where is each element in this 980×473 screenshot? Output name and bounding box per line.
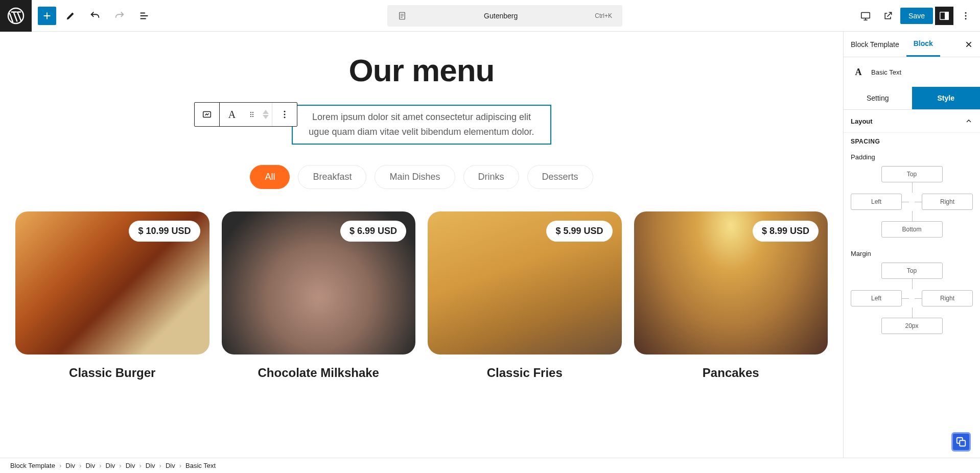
margin-top-input[interactable]: Top bbox=[881, 263, 943, 279]
crumb[interactable]: Div bbox=[85, 462, 95, 469]
crumb[interactable]: Div bbox=[146, 462, 155, 469]
block-type-label: Basic Text bbox=[871, 68, 901, 76]
chevron-right-icon: › bbox=[99, 462, 101, 469]
svg-point-7 bbox=[965, 18, 967, 19]
padding-left-input[interactable]: Left bbox=[851, 194, 902, 210]
margin-bottom-input[interactable]: 20px bbox=[881, 318, 943, 334]
move-up-down[interactable] bbox=[260, 109, 272, 120]
crumb[interactable]: Div bbox=[166, 462, 175, 469]
padding-bottom-input[interactable]: Bottom bbox=[881, 221, 943, 238]
text-block-icon: A bbox=[852, 65, 865, 79]
block-options-icon[interactable] bbox=[272, 103, 297, 126]
tab-block[interactable]: Block bbox=[906, 32, 940, 57]
add-block-button[interactable] bbox=[38, 7, 56, 25]
tab-all[interactable]: All bbox=[250, 165, 290, 189]
block-parent-select-icon[interactable] bbox=[195, 103, 219, 126]
toolbar-center: Gutenberg Ctrl+K bbox=[154, 5, 855, 27]
chevron-right-icon: › bbox=[119, 462, 121, 469]
chevron-right-icon: › bbox=[59, 462, 61, 469]
menu-card[interactable]: $ 6.99 USD Chocolate Milkshake bbox=[222, 211, 416, 380]
menu-card-title: Classic Burger bbox=[15, 366, 209, 380]
tab-main-dishes[interactable]: Main Dishes bbox=[375, 165, 455, 189]
panel-layout-header[interactable]: Layout bbox=[844, 110, 980, 133]
chevron-right-icon: › bbox=[179, 462, 181, 469]
undo-icon[interactable] bbox=[85, 6, 105, 26]
spacing-heading: SPACING bbox=[844, 133, 980, 153]
menu-card[interactable]: $ 8.99 USD Pancakes bbox=[634, 211, 828, 380]
options-menu-icon[interactable] bbox=[955, 6, 976, 26]
svg-point-14 bbox=[252, 116, 253, 117]
menu-card[interactable]: $ 10.99 USD Classic Burger bbox=[15, 211, 209, 380]
block-toolbar: A bbox=[194, 102, 297, 127]
price-badge: $ 10.99 USD bbox=[129, 221, 200, 242]
menu-card[interactable]: $ 5.99 USD Classic Fries bbox=[428, 211, 622, 380]
crumb[interactable]: Div bbox=[106, 462, 115, 469]
document-title: Gutenberg bbox=[413, 12, 589, 20]
svg-point-11 bbox=[250, 114, 251, 115]
price-badge: $ 6.99 USD bbox=[340, 221, 406, 242]
close-sidebar-icon[interactable] bbox=[958, 40, 980, 49]
settings-sidebar: Block Template Block A Basic Text Settin… bbox=[843, 32, 980, 458]
svg-rect-4 bbox=[945, 12, 948, 19]
padding-top-input[interactable]: Top bbox=[881, 166, 943, 182]
crumb[interactable]: Div bbox=[65, 462, 75, 469]
external-preview-icon[interactable] bbox=[878, 6, 898, 26]
padding-right-input[interactable]: Right bbox=[922, 194, 973, 210]
menu-filter-tabs: All Breakfast Main Dishes Drinks Dessert… bbox=[15, 165, 828, 189]
menu-card-image: $ 8.99 USD bbox=[634, 211, 828, 354]
crumb[interactable]: Div bbox=[126, 462, 135, 469]
block-type-row: A Basic Text bbox=[844, 57, 980, 87]
sidebar-tabs: Block Template Block bbox=[844, 32, 980, 57]
tab-desserts[interactable]: Desserts bbox=[527, 165, 593, 189]
svg-rect-19 bbox=[960, 440, 965, 446]
shortcut-hint: Ctrl+K bbox=[595, 12, 612, 19]
save-button[interactable]: Save bbox=[900, 8, 933, 24]
document-outline-icon[interactable] bbox=[134, 6, 154, 26]
page-icon bbox=[398, 11, 407, 20]
chevron-right-icon: › bbox=[139, 462, 141, 469]
svg-point-9 bbox=[250, 112, 251, 113]
tab-block-template[interactable]: Block Template bbox=[844, 32, 906, 57]
chevron-right-icon: › bbox=[79, 462, 81, 469]
crumb[interactable]: Basic Text bbox=[185, 462, 216, 469]
margin-box-model: Top Left Right 20px bbox=[851, 263, 973, 334]
document-title-bar[interactable]: Gutenberg Ctrl+K bbox=[387, 5, 622, 27]
top-toolbar: Gutenberg Ctrl+K Save bbox=[0, 0, 980, 32]
menu-card-image: $ 6.99 USD bbox=[222, 211, 416, 354]
toolbar-right-group: Save bbox=[855, 6, 980, 26]
menu-card-title: Classic Fries bbox=[428, 366, 622, 380]
price-badge: $ 5.99 USD bbox=[546, 221, 612, 242]
svg-point-10 bbox=[252, 112, 253, 113]
svg-point-17 bbox=[284, 116, 286, 118]
crumb[interactable]: Block Template bbox=[10, 462, 55, 469]
plugin-badge-icon[interactable] bbox=[951, 432, 971, 452]
margin-label: Margin bbox=[844, 250, 980, 263]
hero-title[interactable]: Our menu bbox=[15, 52, 828, 88]
redo-icon[interactable] bbox=[109, 6, 130, 26]
svg-point-5 bbox=[965, 12, 967, 13]
tab-breakfast[interactable]: Breakfast bbox=[298, 165, 366, 189]
margin-left-input[interactable]: Left bbox=[851, 290, 902, 306]
price-badge: $ 8.99 USD bbox=[753, 221, 819, 242]
menu-card-image: $ 5.99 USD bbox=[428, 211, 622, 354]
sidebar-toggle-icon[interactable] bbox=[935, 7, 953, 25]
subtab-setting[interactable]: Setting bbox=[844, 87, 912, 109]
svg-point-16 bbox=[284, 114, 286, 115]
menu-card-title: Chocolate Milkshake bbox=[222, 366, 416, 380]
block-type-icon[interactable]: A bbox=[220, 103, 244, 126]
selected-text-block[interactable]: Lorem ipsum dolor sit amet consectetur a… bbox=[292, 105, 551, 145]
chevron-right-icon: › bbox=[159, 462, 161, 469]
wordpress-logo[interactable] bbox=[0, 0, 32, 32]
margin-right-input[interactable]: Right bbox=[922, 290, 973, 306]
subtab-style[interactable]: Style bbox=[912, 87, 981, 109]
editor-canvas[interactable]: Our menu Lorem ipsum dolor sit amet cons… bbox=[0, 32, 843, 458]
menu-card-image: $ 10.99 USD bbox=[15, 211, 209, 354]
tab-drinks[interactable]: Drinks bbox=[463, 165, 519, 189]
edit-tool-icon[interactable] bbox=[60, 6, 81, 26]
padding-label: Padding bbox=[844, 153, 980, 166]
menu-card-title: Pancakes bbox=[634, 366, 828, 380]
toolbar-left-group bbox=[32, 6, 154, 26]
view-desktop-icon[interactable] bbox=[855, 6, 876, 26]
padding-box-model: Top Left Right Bottom bbox=[851, 166, 973, 238]
drag-handle-icon[interactable] bbox=[244, 103, 260, 126]
